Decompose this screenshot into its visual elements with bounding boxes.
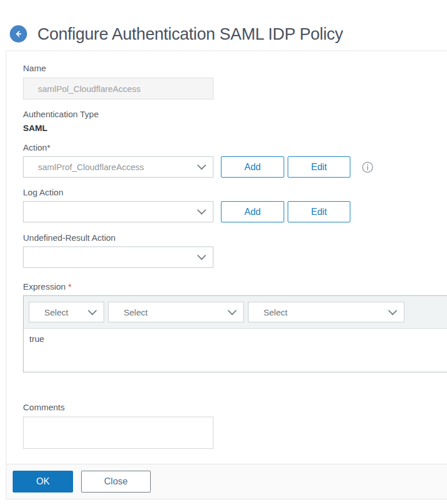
required-asterisk: * bbox=[68, 282, 71, 291]
comments-label: Comments bbox=[23, 402, 447, 413]
close-button[interactable]: Close bbox=[81, 471, 151, 493]
comments-textarea[interactable] bbox=[23, 417, 213, 449]
expression-select-3[interactable]: Select bbox=[248, 302, 404, 322]
action-select-value: samlProf_CloudflareAccess bbox=[38, 162, 144, 172]
action-label: Action* bbox=[23, 143, 447, 153]
log-action-add-button[interactable]: Add bbox=[221, 201, 284, 222]
action-row: samlProf_CloudflareAccess Add Edit bbox=[23, 156, 447, 178]
authentication-type-value: SAML bbox=[23, 123, 447, 133]
log-action-edit-button[interactable]: Edit bbox=[288, 201, 350, 222]
back-arrow-icon bbox=[13, 29, 24, 39]
chevron-down-icon bbox=[388, 306, 398, 315]
form-panel: Name Authentication Type SAML Action* sa… bbox=[6, 51, 447, 499]
back-button[interactable] bbox=[10, 25, 27, 43]
undefined-result-action-select[interactable] bbox=[23, 247, 213, 268]
log-action-label: Log Action bbox=[23, 187, 447, 198]
chevron-down-icon bbox=[197, 206, 207, 215]
action-select[interactable]: samlProf_CloudflareAccess bbox=[23, 156, 213, 178]
expression-label: Expression * bbox=[23, 282, 447, 292]
log-action-select[interactable] bbox=[23, 201, 213, 222]
expression-toolbar: Select Select Select bbox=[24, 296, 447, 329]
expression-select-1[interactable]: Select bbox=[29, 302, 104, 322]
footer-bar: OK Close bbox=[6, 464, 447, 499]
action-info-button[interactable] bbox=[361, 161, 374, 174]
name-input bbox=[23, 78, 213, 99]
undefined-result-action-label: Undefined-Result Action bbox=[23, 233, 447, 243]
chevron-down-icon bbox=[88, 306, 97, 315]
info-icon bbox=[361, 161, 374, 174]
undefined-result-action-row bbox=[23, 247, 447, 268]
name-label: Name bbox=[23, 63, 447, 74]
ok-button[interactable]: OK bbox=[13, 471, 73, 493]
page-title: Configure Authentication SAML IDP Policy bbox=[37, 25, 343, 44]
chevron-down-icon bbox=[197, 251, 207, 260]
action-add-button[interactable]: Add bbox=[221, 156, 284, 178]
action-edit-button[interactable]: Edit bbox=[288, 156, 350, 178]
chevron-down-icon bbox=[228, 306, 237, 315]
chevron-down-icon bbox=[197, 161, 207, 170]
page-header: Configure Authentication SAML IDP Policy bbox=[0, 0, 447, 51]
expression-value-editor[interactable]: true bbox=[24, 329, 447, 372]
authentication-type-label: Authentication Type bbox=[23, 109, 447, 120]
expression-builder: Select Select Select true bbox=[23, 295, 447, 372]
expression-select-2[interactable]: Select bbox=[108, 302, 244, 322]
log-action-row: Add Edit bbox=[23, 201, 447, 222]
